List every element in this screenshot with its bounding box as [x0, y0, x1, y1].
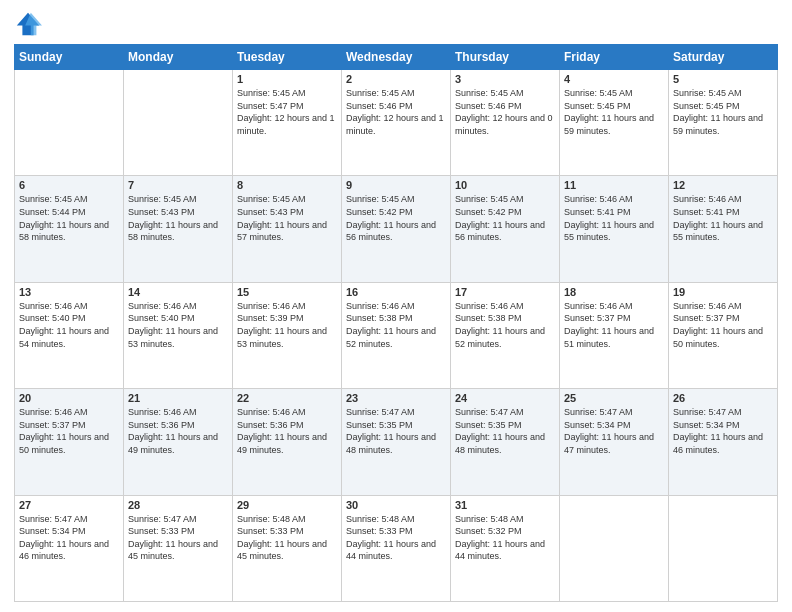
day-number: 23 [346, 392, 446, 404]
day-number: 25 [564, 392, 664, 404]
day-info: Sunrise: 5:46 AM Sunset: 5:40 PM Dayligh… [128, 300, 228, 350]
calendar-cell [669, 495, 778, 601]
day-info: Sunrise: 5:46 AM Sunset: 5:36 PM Dayligh… [237, 406, 337, 456]
calendar-cell: 20Sunrise: 5:46 AM Sunset: 5:37 PM Dayli… [15, 389, 124, 495]
calendar-cell: 3Sunrise: 5:45 AM Sunset: 5:46 PM Daylig… [451, 70, 560, 176]
day-info: Sunrise: 5:45 AM Sunset: 5:45 PM Dayligh… [673, 87, 773, 137]
day-number: 27 [19, 499, 119, 511]
day-info: Sunrise: 5:46 AM Sunset: 5:41 PM Dayligh… [564, 193, 664, 243]
day-number: 29 [237, 499, 337, 511]
week-row-1: 6Sunrise: 5:45 AM Sunset: 5:44 PM Daylig… [15, 176, 778, 282]
calendar-cell: 21Sunrise: 5:46 AM Sunset: 5:36 PM Dayli… [124, 389, 233, 495]
day-info: Sunrise: 5:45 AM Sunset: 5:42 PM Dayligh… [455, 193, 555, 243]
day-info: Sunrise: 5:47 AM Sunset: 5:34 PM Dayligh… [564, 406, 664, 456]
day-number: 28 [128, 499, 228, 511]
day-info: Sunrise: 5:46 AM Sunset: 5:38 PM Dayligh… [455, 300, 555, 350]
calendar-cell: 4Sunrise: 5:45 AM Sunset: 5:45 PM Daylig… [560, 70, 669, 176]
day-number: 15 [237, 286, 337, 298]
day-number: 18 [564, 286, 664, 298]
day-number: 31 [455, 499, 555, 511]
calendar-cell: 11Sunrise: 5:46 AM Sunset: 5:41 PM Dayli… [560, 176, 669, 282]
calendar-cell: 22Sunrise: 5:46 AM Sunset: 5:36 PM Dayli… [233, 389, 342, 495]
day-number: 30 [346, 499, 446, 511]
calendar-cell: 9Sunrise: 5:45 AM Sunset: 5:42 PM Daylig… [342, 176, 451, 282]
day-number: 19 [673, 286, 773, 298]
calendar-cell: 31Sunrise: 5:48 AM Sunset: 5:32 PM Dayli… [451, 495, 560, 601]
day-info: Sunrise: 5:45 AM Sunset: 5:45 PM Dayligh… [564, 87, 664, 137]
calendar-cell: 17Sunrise: 5:46 AM Sunset: 5:38 PM Dayli… [451, 282, 560, 388]
calendar-cell: 23Sunrise: 5:47 AM Sunset: 5:35 PM Dayli… [342, 389, 451, 495]
day-number: 17 [455, 286, 555, 298]
calendar-cell: 28Sunrise: 5:47 AM Sunset: 5:33 PM Dayli… [124, 495, 233, 601]
calendar-cell: 26Sunrise: 5:47 AM Sunset: 5:34 PM Dayli… [669, 389, 778, 495]
day-info: Sunrise: 5:47 AM Sunset: 5:34 PM Dayligh… [19, 513, 119, 563]
day-of-week-thursday: Thursday [451, 45, 560, 70]
day-number: 14 [128, 286, 228, 298]
day-info: Sunrise: 5:48 AM Sunset: 5:32 PM Dayligh… [455, 513, 555, 563]
calendar-cell [124, 70, 233, 176]
calendar-cell: 12Sunrise: 5:46 AM Sunset: 5:41 PM Dayli… [669, 176, 778, 282]
day-number: 20 [19, 392, 119, 404]
calendar-cell: 14Sunrise: 5:46 AM Sunset: 5:40 PM Dayli… [124, 282, 233, 388]
day-of-week-friday: Friday [560, 45, 669, 70]
calendar-cell: 15Sunrise: 5:46 AM Sunset: 5:39 PM Dayli… [233, 282, 342, 388]
calendar-cell: 19Sunrise: 5:46 AM Sunset: 5:37 PM Dayli… [669, 282, 778, 388]
calendar-cell: 29Sunrise: 5:48 AM Sunset: 5:33 PM Dayli… [233, 495, 342, 601]
day-number: 11 [564, 179, 664, 191]
calendar-cell: 16Sunrise: 5:46 AM Sunset: 5:38 PM Dayli… [342, 282, 451, 388]
day-number: 10 [455, 179, 555, 191]
day-number: 22 [237, 392, 337, 404]
day-info: Sunrise: 5:46 AM Sunset: 5:36 PM Dayligh… [128, 406, 228, 456]
week-row-0: 1Sunrise: 5:45 AM Sunset: 5:47 PM Daylig… [15, 70, 778, 176]
calendar-cell: 18Sunrise: 5:46 AM Sunset: 5:37 PM Dayli… [560, 282, 669, 388]
day-number: 7 [128, 179, 228, 191]
week-row-4: 27Sunrise: 5:47 AM Sunset: 5:34 PM Dayli… [15, 495, 778, 601]
day-number: 13 [19, 286, 119, 298]
calendar-cell: 25Sunrise: 5:47 AM Sunset: 5:34 PM Dayli… [560, 389, 669, 495]
calendar-cell [15, 70, 124, 176]
week-row-3: 20Sunrise: 5:46 AM Sunset: 5:37 PM Dayli… [15, 389, 778, 495]
day-info: Sunrise: 5:45 AM Sunset: 5:43 PM Dayligh… [128, 193, 228, 243]
calendar-cell: 2Sunrise: 5:45 AM Sunset: 5:46 PM Daylig… [342, 70, 451, 176]
day-info: Sunrise: 5:48 AM Sunset: 5:33 PM Dayligh… [237, 513, 337, 563]
day-info: Sunrise: 5:45 AM Sunset: 5:46 PM Dayligh… [346, 87, 446, 137]
day-of-week-wednesday: Wednesday [342, 45, 451, 70]
calendar-cell: 7Sunrise: 5:45 AM Sunset: 5:43 PM Daylig… [124, 176, 233, 282]
calendar-cell: 6Sunrise: 5:45 AM Sunset: 5:44 PM Daylig… [15, 176, 124, 282]
calendar-cell: 30Sunrise: 5:48 AM Sunset: 5:33 PM Dayli… [342, 495, 451, 601]
day-number: 3 [455, 73, 555, 85]
day-of-week-saturday: Saturday [669, 45, 778, 70]
day-number: 21 [128, 392, 228, 404]
day-info: Sunrise: 5:45 AM Sunset: 5:42 PM Dayligh… [346, 193, 446, 243]
day-number: 24 [455, 392, 555, 404]
calendar-cell: 27Sunrise: 5:47 AM Sunset: 5:34 PM Dayli… [15, 495, 124, 601]
day-info: Sunrise: 5:47 AM Sunset: 5:33 PM Dayligh… [128, 513, 228, 563]
day-info: Sunrise: 5:46 AM Sunset: 5:40 PM Dayligh… [19, 300, 119, 350]
day-info: Sunrise: 5:46 AM Sunset: 5:41 PM Dayligh… [673, 193, 773, 243]
day-number: 12 [673, 179, 773, 191]
day-info: Sunrise: 5:47 AM Sunset: 5:35 PM Dayligh… [455, 406, 555, 456]
week-row-2: 13Sunrise: 5:46 AM Sunset: 5:40 PM Dayli… [15, 282, 778, 388]
day-of-week-tuesday: Tuesday [233, 45, 342, 70]
day-info: Sunrise: 5:47 AM Sunset: 5:34 PM Dayligh… [673, 406, 773, 456]
calendar-header-row: SundayMondayTuesdayWednesdayThursdayFrid… [15, 45, 778, 70]
day-number: 5 [673, 73, 773, 85]
day-info: Sunrise: 5:47 AM Sunset: 5:35 PM Dayligh… [346, 406, 446, 456]
calendar: SundayMondayTuesdayWednesdayThursdayFrid… [14, 44, 778, 602]
day-info: Sunrise: 5:46 AM Sunset: 5:38 PM Dayligh… [346, 300, 446, 350]
day-info: Sunrise: 5:45 AM Sunset: 5:43 PM Dayligh… [237, 193, 337, 243]
day-number: 2 [346, 73, 446, 85]
calendar-cell: 10Sunrise: 5:45 AM Sunset: 5:42 PM Dayli… [451, 176, 560, 282]
day-of-week-monday: Monday [124, 45, 233, 70]
day-number: 4 [564, 73, 664, 85]
day-number: 16 [346, 286, 446, 298]
day-info: Sunrise: 5:46 AM Sunset: 5:39 PM Dayligh… [237, 300, 337, 350]
day-number: 8 [237, 179, 337, 191]
day-info: Sunrise: 5:46 AM Sunset: 5:37 PM Dayligh… [19, 406, 119, 456]
day-info: Sunrise: 5:46 AM Sunset: 5:37 PM Dayligh… [673, 300, 773, 350]
day-number: 26 [673, 392, 773, 404]
calendar-cell: 1Sunrise: 5:45 AM Sunset: 5:47 PM Daylig… [233, 70, 342, 176]
day-number: 1 [237, 73, 337, 85]
header [14, 10, 778, 38]
calendar-cell [560, 495, 669, 601]
